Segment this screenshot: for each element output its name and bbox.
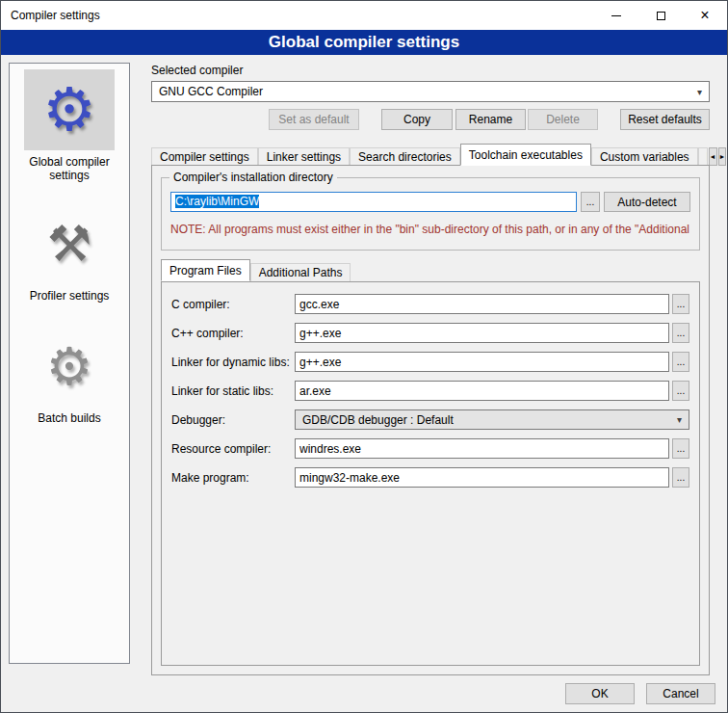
chevron-down-icon: ▾ xyxy=(677,414,682,425)
window-controls: × xyxy=(594,1,727,30)
field-label: C++ compiler: xyxy=(171,327,295,340)
group-title: Compiler's installation directory xyxy=(169,171,337,184)
browse-directory-button[interactable]: ... xyxy=(581,192,600,212)
selected-text: C:\raylib\MinGW xyxy=(175,195,259,208)
field-label: Resource compiler: xyxy=(171,442,295,456)
sidebar: ⚙ Global compiler settings ⚒ Profiler se… xyxy=(9,63,130,664)
close-button[interactable]: × xyxy=(683,1,727,30)
form-row-cpp-compiler: C++ compiler: ... xyxy=(171,323,689,343)
form-row-dynamic-linker: Linker for dynamic libs: ... xyxy=(171,352,689,372)
program-files-panel: C compiler: ... C++ compiler: ... Linker… xyxy=(161,281,700,666)
close-icon: × xyxy=(700,8,709,23)
chevron-down-icon: ▾ xyxy=(697,87,702,97)
copy-button[interactable]: Copy xyxy=(381,109,453,130)
sidebar-item-label: Global compiler settings xyxy=(10,155,129,182)
field-label: Debugger: xyxy=(171,413,295,427)
set-as-default-button[interactable]: Set as default xyxy=(269,109,359,130)
browse-button[interactable]: ... xyxy=(672,352,689,372)
selected-item-highlight: ⚙ xyxy=(24,69,115,150)
sidebar-item-profiler-settings[interactable]: ⚒ Profiler settings xyxy=(10,203,129,303)
gear-icon: ⚙ xyxy=(42,80,96,140)
tab-compiler-settings[interactable]: Compiler settings xyxy=(151,147,258,166)
debugger-select-value: GDB/CDB debugger : Default xyxy=(302,413,454,427)
subtab-additional-paths[interactable]: Additional Paths xyxy=(250,263,351,281)
tab-search-directories[interactable]: Search directories xyxy=(350,147,460,166)
form-row-c-compiler: C compiler: ... xyxy=(171,294,689,314)
tab-toolchain-executables[interactable]: Toolchain executables xyxy=(460,144,591,166)
cpp-compiler-input[interactable] xyxy=(295,323,669,343)
compiler-settings-window: Compiler settings × Global compiler sett… xyxy=(0,0,728,713)
form-row-resource-compiler: Resource compiler: ... xyxy=(171,438,689,459)
static-linker-input[interactable] xyxy=(295,381,669,401)
icon-tile: ⚙ xyxy=(24,326,115,407)
auto-detect-button[interactable]: Auto-detect xyxy=(604,192,690,212)
browse-button[interactable]: ... xyxy=(672,323,689,343)
icon-tile: ⚒ xyxy=(24,203,115,284)
sidebar-item-global-compiler-settings[interactable]: ⚙ Global compiler settings xyxy=(10,69,129,182)
make-program-input[interactable] xyxy=(295,467,669,488)
browse-button[interactable]: ... xyxy=(672,381,689,401)
c-compiler-input[interactable] xyxy=(295,294,669,314)
form-row-debugger: Debugger: GDB/CDB debugger : Default ▾ xyxy=(171,409,689,430)
cancel-button[interactable]: Cancel xyxy=(646,683,715,704)
main-content: Selected compiler GNU GCC Compiler ▾ Set… xyxy=(141,59,721,683)
form-row-static-linker: Linker for static libs: ... xyxy=(171,381,689,401)
sidebar-item-batch-builds[interactable]: ⚙ Batch builds xyxy=(10,326,129,425)
installation-directory-row: C:\raylib\MinGW ... Auto-detect xyxy=(170,192,690,212)
installation-directory-group: Compiler's installation directory C:\ray… xyxy=(161,177,700,251)
page-title: Global compiler settings xyxy=(1,30,727,55)
sidebar-item-label: Batch builds xyxy=(30,411,108,425)
note-text: NOTE: All programs must exist either in … xyxy=(170,223,698,236)
maximize-icon xyxy=(657,12,665,20)
installation-directory-input[interactable]: C:\raylib\MinGW xyxy=(170,192,577,212)
maximize-button[interactable] xyxy=(638,1,683,30)
field-label: C compiler: xyxy=(171,298,295,311)
scroll-right-icon: ► xyxy=(719,153,726,160)
tab-custom-variables[interactable]: Custom variables xyxy=(591,147,698,166)
subtab-strip: Program Files Additional Paths xyxy=(161,260,351,281)
toolchain-executables-panel: Compiler's installation directory C:\ray… xyxy=(151,165,710,675)
form-row-make-program: Make program: ... xyxy=(171,467,689,488)
delete-button[interactable]: Delete xyxy=(528,109,598,130)
tab-scroll-left-button[interactable]: ◄ xyxy=(709,147,717,166)
ok-button[interactable]: OK xyxy=(565,683,635,704)
selected-compiler-label: Selected compiler xyxy=(151,64,243,77)
minimize-icon xyxy=(611,15,621,16)
compiler-select-value: GNU GCC Compiler xyxy=(159,85,263,98)
hammer-icon: ⚒ xyxy=(47,219,92,269)
browse-button[interactable]: ... xyxy=(672,467,689,488)
window-title: Compiler settings xyxy=(1,9,100,22)
tab-scroll-right-button[interactable]: ► xyxy=(718,147,727,166)
browse-button[interactable]: ... xyxy=(672,294,689,314)
field-label: Linker for dynamic libs: xyxy=(171,356,295,369)
debugger-select[interactable]: GDB/CDB debugger : Default ▾ xyxy=(295,409,689,430)
gear-icon: ⚙ xyxy=(46,340,92,392)
resource-compiler-input[interactable] xyxy=(295,438,669,459)
sidebar-item-label: Profiler settings xyxy=(22,289,117,303)
tab-strip: Compiler settings Linker settings Search… xyxy=(151,144,710,166)
tab-build-options[interactable]: Build options xyxy=(698,147,708,166)
compiler-select[interactable]: GNU GCC Compiler ▾ xyxy=(151,81,710,102)
subtab-program-files[interactable]: Program Files xyxy=(161,259,250,281)
tab-linker-settings[interactable]: Linker settings xyxy=(258,147,350,166)
minimize-button[interactable] xyxy=(594,1,638,30)
dynamic-linker-input[interactable] xyxy=(295,352,669,372)
rename-button[interactable]: Rename xyxy=(455,109,526,130)
field-label: Linker for static libs: xyxy=(171,384,295,398)
browse-button[interactable]: ... xyxy=(672,438,689,459)
scroll-left-icon: ◄ xyxy=(710,153,716,160)
field-label: Make program: xyxy=(171,471,295,485)
titlebar[interactable]: Compiler settings × xyxy=(1,1,727,30)
reset-defaults-button[interactable]: Reset defaults xyxy=(620,109,710,130)
